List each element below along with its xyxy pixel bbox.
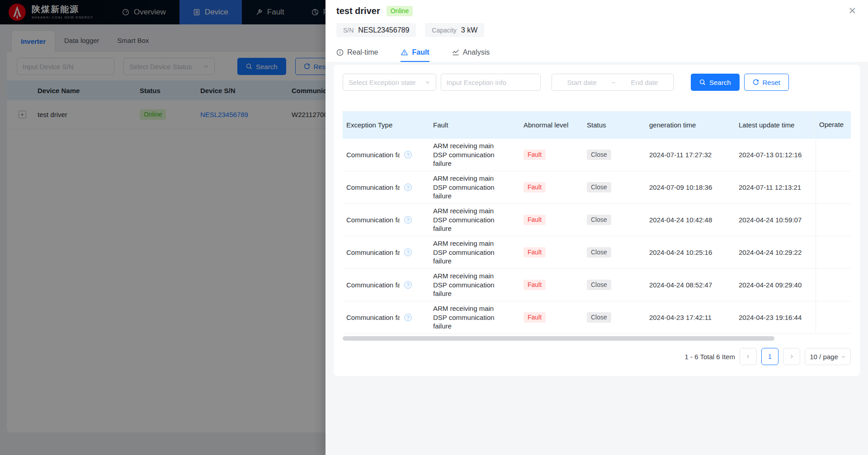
exception-type-text: Communication fai⋯	[346, 249, 400, 257]
fault-table-rows: Communication fai⋯ ARM receiving main DS…	[343, 139, 851, 334]
info-circle-icon	[336, 49, 344, 56]
tab-real-time[interactable]: Real-time	[336, 43, 378, 62]
question-circle-icon[interactable]	[404, 249, 412, 256]
tab-label: Fault	[412, 48, 429, 56]
status-badge: Close	[587, 182, 611, 192]
sn-chip-value: NESL23456789	[358, 26, 409, 34]
page-1-button[interactable]: 1	[761, 348, 778, 365]
fault-description: ARM receiving main DSP communication fai…	[433, 304, 502, 331]
abnormal-level-badge: Fault	[524, 182, 546, 192]
col-status: Status	[587, 121, 649, 129]
generation-time: 2024-04-23 17:42:11	[649, 314, 739, 321]
status-badge: Close	[587, 247, 611, 258]
capacity-chip: Capacity 3 kW	[425, 23, 484, 37]
chevron-down-icon	[841, 354, 846, 359]
generation-time: 2024-07-11 17:27:32	[649, 151, 739, 159]
operate-cell	[816, 269, 844, 301]
page-size-select[interactable]: 10 / page	[805, 348, 851, 365]
fault-description: ARM receiving main DSP communication fai…	[433, 174, 502, 201]
question-circle-icon[interactable]	[404, 183, 412, 191]
latest-update-time: 2024-07-13 01:12:16	[739, 151, 816, 159]
exception-type-text: Communication fai⋯	[346, 151, 400, 159]
search-icon	[699, 79, 706, 85]
operate-cell	[816, 204, 844, 236]
tab-analysis[interactable]: Analysis	[452, 43, 490, 62]
drawer-body: Select Exception state Start date ~ End …	[326, 62, 868, 376]
latest-update-time: 2024-04-24 10:59:07	[739, 216, 816, 224]
exception-type-text: Communication fai⋯	[346, 183, 400, 192]
abnormal-level-badge: Fault	[524, 280, 546, 290]
fault-filter-bar: Select Exception state Start date ~ End …	[343, 74, 851, 91]
question-circle-icon[interactable]	[404, 216, 412, 224]
exception-state-placeholder: Select Exception state	[349, 79, 415, 86]
operate-cell	[816, 301, 844, 333]
question-circle-icon[interactable]	[404, 314, 412, 321]
pagination: 1 - 6 Total 6 Item 1 10 / page	[343, 348, 851, 365]
question-circle-icon[interactable]	[404, 151, 412, 159]
drawer-tabs: Real-time Fault An	[336, 43, 857, 62]
latest-update-time: 2024-04-23 19:16:44	[739, 314, 816, 321]
date-range-separator: ~	[612, 79, 616, 86]
device-detail-drawer: ✕ test driver Online S/N NESL23456789 Ca…	[326, 0, 868, 455]
fault-table-row: Communication fai⋯ ARM receiving main DS…	[343, 171, 851, 204]
fault-table-row: Communication fai⋯ ARM receiving main DS…	[343, 139, 851, 171]
warning-triangle-icon	[401, 49, 408, 56]
scrollbar-thumb[interactable]	[343, 336, 774, 341]
status-badge: Close	[587, 280, 611, 290]
status-badge: Close	[587, 215, 611, 225]
abnormal-level-badge: Fault	[524, 247, 546, 258]
latest-update-time: 2024-04-24 09:29:40	[739, 281, 816, 289]
fault-table-row: Communication fai⋯ ARM receiving main DS…	[343, 301, 851, 334]
col-generation-time: generation time	[649, 121, 739, 129]
col-fault: Fault	[433, 121, 524, 129]
exception-info-input[interactable]	[441, 74, 541, 91]
fault-description: ARM receiving main DSP communication fai…	[433, 239, 502, 266]
latest-update-time: 2024-07-11 12:13:21	[739, 183, 816, 191]
col-latest-update-time: Latest update time	[739, 121, 816, 129]
status-badge: Close	[587, 312, 611, 323]
chevron-down-icon	[425, 80, 430, 85]
fault-table-row: Communication fai⋯ ARM receiving main DS…	[343, 269, 851, 301]
fault-table-row: Communication fai⋯ ARM receiving main DS…	[343, 236, 851, 269]
question-circle-icon[interactable]	[404, 281, 412, 289]
exception-type-text: Communication fai⋯	[346, 281, 400, 289]
drawer-title: test driver	[336, 6, 380, 16]
drawer-header: ✕ test driver Online S/N NESL23456789 Ca…	[326, 0, 868, 62]
fault-description: ARM receiving main DSP communication fai…	[433, 206, 502, 233]
abnormal-level-badge: Fault	[524, 312, 546, 323]
capacity-chip-label: Capacity	[432, 27, 456, 34]
fault-table-header: Exception Type Fault Abnormal level Stat…	[343, 111, 851, 139]
sn-chip-label: S/N	[343, 27, 354, 34]
close-icon[interactable]: ✕	[848, 6, 856, 15]
abnormal-level-badge: Fault	[524, 150, 546, 160]
fault-description: ARM receiving main DSP communication fai…	[433, 141, 502, 168]
page-size-value: 10 / page	[810, 353, 838, 361]
next-page-button[interactable]	[783, 348, 800, 365]
sn-chip: S/N NESL23456789	[336, 23, 416, 37]
tab-fault[interactable]: Fault	[401, 43, 429, 62]
horizontal-scrollbar	[343, 336, 851, 341]
fault-table: Exception Type Fault Abnormal level Stat…	[343, 111, 851, 341]
drawer-status-badge: Online	[387, 6, 413, 16]
col-abnormal-level: Abnormal level	[524, 121, 587, 129]
fault-panel: Select Exception state Start date ~ End …	[334, 65, 860, 376]
pagination-total: 1 - 6 Total 6 Item	[685, 353, 735, 361]
page: 陕煤新能源 SHAANXI COAL NEW ENERGY Overview	[0, 0, 868, 455]
latest-update-time: 2024-04-24 10:29:22	[739, 249, 816, 256]
exception-state-select[interactable]: Select Exception state	[343, 74, 436, 91]
exception-type-text: Communication fai⋯	[346, 216, 400, 224]
date-range-picker[interactable]: Start date ~ End date	[552, 74, 674, 91]
generation-time: 2024-04-24 10:42:48	[649, 216, 739, 224]
prev-page-button[interactable]	[740, 348, 757, 365]
status-badge: Close	[587, 150, 611, 160]
generation-time: 2024-07-09 10:18:36	[649, 183, 739, 191]
operate-cell	[816, 236, 844, 268]
generation-time: 2024-04-24 10:25:16	[649, 249, 739, 256]
exception-type-text: Communication fai⋯	[346, 314, 400, 322]
fault-search-button[interactable]: Search	[691, 74, 740, 91]
generation-time: 2024-04-24 08:52:47	[649, 281, 739, 289]
col-operate: Operate	[816, 111, 844, 139]
fault-reset-button[interactable]: Reset	[744, 74, 789, 91]
abnormal-level-badge: Fault	[524, 215, 546, 225]
fault-search-label: Search	[709, 79, 731, 86]
